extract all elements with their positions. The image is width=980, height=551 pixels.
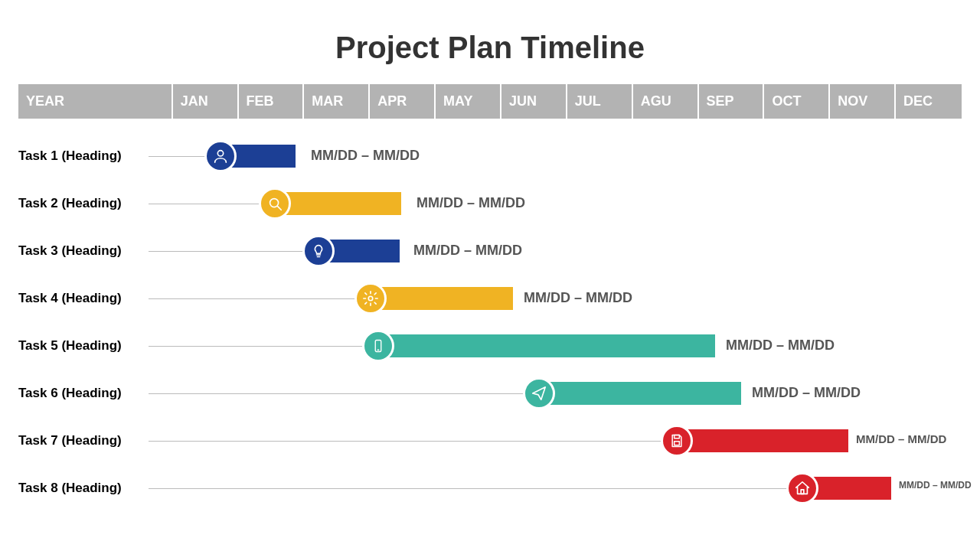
month-header: MAR (304, 84, 370, 119)
connector-line (149, 204, 260, 204)
phone-icon (362, 330, 394, 362)
connector-line (149, 488, 787, 489)
month-header: DEC (896, 84, 962, 119)
task-row: Task 7 (Heading)MM/DD – MM/DD (18, 417, 962, 465)
month-header: MAY (436, 84, 501, 119)
connector-line (149, 298, 355, 299)
task-label: Task 7 (Heading) (18, 433, 149, 448)
gantt-bar (371, 287, 513, 310)
svg-line-2 (278, 207, 282, 210)
month-header: APR (370, 84, 436, 119)
task-date-range: MM/DD – MM/DD (726, 337, 835, 354)
task-date-range: MM/DD – MM/DD (413, 243, 522, 259)
task-label: Task 3 (Heading) (18, 243, 149, 259)
svg-rect-8 (801, 490, 804, 494)
task-label: Task 2 (Heading) (18, 196, 149, 211)
send-icon (523, 377, 555, 409)
save-icon (661, 425, 693, 457)
year-header: YEAR (18, 84, 173, 119)
search-icon (259, 187, 291, 220)
task-row: Task 3 (Heading)MM/DD – MM/DD (18, 227, 962, 275)
task-date-range: MM/DD – MM/DD (311, 148, 420, 164)
month-header: NOV (830, 84, 896, 119)
task-label: Task 6 (Heading) (18, 386, 149, 401)
gantt-bar (539, 382, 741, 405)
timeline-header: YEAR JAN FEB MAR APR MAY JUN JUL AGU SEP… (18, 84, 962, 119)
svg-point-1 (270, 199, 279, 207)
task-row: Task 1 (Heading)MM/DD – MM/DD (18, 132, 962, 180)
task-row: Task 2 (Heading)MM/DD – MM/DD (18, 180, 962, 227)
gear-icon (354, 282, 387, 315)
svg-rect-7 (675, 442, 680, 445)
task-row: Task 8 (Heading)MM/DD – MM/DD (18, 465, 962, 512)
task-date-range: MM/DD – MM/DD (416, 195, 525, 211)
task-date-range: MM/DD – MM/DD (524, 290, 632, 306)
month-header: JAN (173, 84, 239, 119)
task-label: Task 8 (Heading) (18, 481, 149, 496)
task-row: Task 6 (Heading)MM/DD – MM/DD (18, 370, 962, 417)
gantt-bar (275, 192, 401, 215)
task-row: Task 4 (Heading)MM/DD – MM/DD (18, 275, 962, 322)
connector-line (149, 346, 363, 347)
home-icon (786, 472, 818, 504)
svg-rect-6 (675, 435, 680, 439)
task-date-range: MM/DD – MM/DD (899, 480, 972, 491)
page-title: Project Plan Timeline (0, 31, 980, 65)
month-header: SEP (699, 84, 765, 119)
month-header: AGU (633, 84, 699, 119)
month-header: FEB (239, 84, 305, 119)
connector-line (149, 156, 206, 157)
month-header: JUN (501, 84, 567, 119)
task-label: Task 1 (Heading) (18, 148, 149, 164)
svg-point-3 (368, 296, 373, 301)
month-header: OCT (764, 84, 830, 119)
gantt-bar (378, 334, 715, 357)
person-icon (204, 140, 237, 172)
connector-line (149, 393, 524, 394)
task-date-range: MM/DD – MM/DD (752, 385, 861, 401)
task-row: Task 5 (Heading)MM/DD – MM/DD (18, 322, 962, 370)
task-label: Task 4 (Heading) (18, 291, 149, 306)
svg-point-0 (217, 151, 223, 156)
gantt-bar (677, 429, 848, 452)
lightbulb-icon (302, 235, 335, 267)
task-date-range: MM/DD – MM/DD (856, 432, 946, 445)
connector-line (149, 251, 303, 252)
connector-line (149, 441, 662, 442)
task-label: Task 5 (Heading) (18, 338, 149, 354)
month-header: JUL (567, 84, 633, 119)
